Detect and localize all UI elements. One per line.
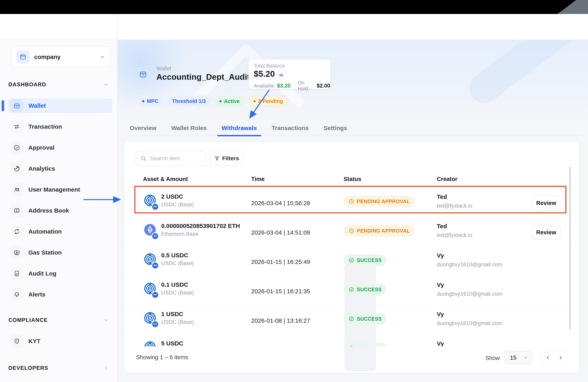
tab-wallet-roles[interactable]: Wallet Roles [167,120,211,136]
app-header [0,14,588,40]
section-label: DASHBOARD [8,81,46,88]
table-row[interactable]: $2 USDCUSDC (Base)2026-03-04 | 15:56:28P… [125,188,579,218]
sidebar-item-wallet[interactable]: Wallet [8,98,112,113]
page-size-value: 15 [510,354,516,361]
search-box[interactable] [136,151,206,166]
creator-email: duongbvy1610@gmail.com [437,320,503,326]
automation-icon [10,225,23,238]
table-row[interactable]: $5 USDCSUCCESSVy [125,335,579,346]
address-book-icon [10,204,23,217]
table-row[interactable]: $1 USDCUSDC (Base)2026-01-08 | 13:16:27S… [125,306,579,335]
creator-name: Vy [437,252,444,259]
svg-text:$: $ [149,345,151,346]
search-icon [140,155,147,162]
tab-overview[interactable]: Overview [126,120,161,136]
sidebar-item-gas-station[interactable]: Gas Station [8,245,112,260]
wallet-badge-active: Active [215,96,244,107]
header-divider [117,14,118,40]
section-label: COMPLIANCE [8,317,48,323]
withdraw-minus-badge-icon [151,232,159,240]
sidebar-item-alerts[interactable]: Alerts [8,287,112,302]
status-badge: SUCCESS [344,343,386,346]
sidebar-item-label: Address Book [28,207,69,214]
funnel-icon [214,156,220,161]
creator-email: ted@fystack.io [437,232,472,238]
sidebar-item-audit-log[interactable]: Audit Log [8,266,112,281]
tab-transactions[interactable]: Transactions [267,120,313,136]
review-button[interactable]: Review [532,196,560,210]
balance-total: $5.20 [254,69,275,79]
page-size-select[interactable]: 15 [504,351,532,364]
status-badge: SUCCESS [344,313,386,325]
sidebar-item-label: Gas Station [28,249,62,256]
check-circle-icon [348,257,354,263]
wallet-badges: MPCThreshold 1/3Active2 Pending [137,96,288,107]
wallet-badge-threshold-1-3: Threshold 1/3 [167,96,210,107]
clock-icon [348,198,354,204]
sidebar-item-automation[interactable]: Automation [8,224,112,239]
vertical-scrollbar[interactable] [569,167,571,330]
next-page-button[interactable] [558,355,564,361]
withdraw-minus-badge-icon [151,321,159,328]
creator-name: Ted [437,223,447,229]
filters-button[interactable]: Filters [210,151,243,166]
table-row[interactable]: 0.000000520853901702 ETHEthereum Base202… [125,218,579,247]
search-input[interactable] [150,155,202,162]
tab-withdrawals[interactable]: Withdrawals [217,120,261,136]
sidebar-item-user-management[interactable]: User Management [8,182,112,197]
tab-settings[interactable]: Settings [319,120,351,136]
table-row[interactable]: $0.5 USDCUSDC (Base)2026-01-15 | 16:25:4… [125,247,579,277]
asset-amount: 0.1 USDC [161,281,188,288]
asset-network: Ethereum Base [161,231,198,237]
sidebar-item-label: Approval [28,144,54,151]
wallet-badge-2-pending: 2 Pending [248,96,288,107]
creator-email: ted@fystack.io [437,203,472,209]
sidebar-item-address-book[interactable]: Address Book [8,203,112,218]
approval-icon [10,141,23,154]
withdraw-minus-badge-icon [151,262,159,269]
sidebar-section-dashboard[interactable]: DASHBOARD [5,80,112,89]
active-indicator-bar [1,100,4,111]
withdrawal-time: 2026-01-15 | 16:21:35 [251,277,310,306]
column-header-asset: Asset & Amount [143,176,188,182]
sidebar-item-label: User Management [28,186,80,193]
previous-page-button[interactable] [545,355,551,361]
transaction-icon [10,120,23,133]
status-badge: SUCCESS [344,284,386,295]
sidebar-item-transaction[interactable]: Transaction [8,119,112,134]
chevron-left-icon [103,365,109,371]
sidebar-item-analytics[interactable]: Analytics [8,161,112,176]
total-balance-card: Total Balance $5.20 Available: $3.20 On … [248,59,331,89]
screen-top-bar [0,0,588,14]
badge-label: Threshold 1/3 [172,98,206,104]
usdc-coin-icon: $ [144,195,156,206]
table-row[interactable]: $0.1 USDCUSDC (Base)2026-01-15 | 16:21:3… [125,277,579,306]
status-label: PENDING APPROVAL [357,199,410,204]
chevron-down-icon [103,82,109,87]
withdraw-minus-badge-icon [151,291,159,299]
sidebar-item-kyt[interactable]: KYT [8,334,112,349]
withdrawal-time: 2026-03-04 | 15:56:28 [251,188,310,218]
workspace-selector[interactable]: company [11,46,111,68]
sidebar-section-developers[interactable]: DEVELOPERS [5,364,112,372]
sidebar-item-approval[interactable]: Approval [8,140,112,155]
tabs: OverviewWallet RolesWithdrawalsTransacti… [126,120,352,136]
sidebar-item-label: KYT [28,338,41,345]
available-value: $3.20 [277,83,291,89]
toggle-balance-visibility-button[interactable] [276,70,286,80]
status-dot [253,100,256,102]
check-circle-icon [348,316,354,322]
clock-icon [348,228,354,234]
check-circle-icon [348,286,354,292]
sidebar: company DASHBOARDWalletTransactionApprov… [0,40,118,382]
status-dot [142,100,144,102]
withdrawal-time: 2026-01-08 | 13:16:27 [251,306,310,335]
usdc-coin-icon: $ [144,283,156,294]
pagination-控件 pager [541,351,567,364]
audit-log-icon [10,267,23,280]
review-button[interactable]: Review [532,225,560,240]
sidebar-section-compliance[interactable]: COMPLIANCE [5,316,112,324]
badge-label: Active [224,98,240,104]
chevron-down-icon [523,355,528,360]
status-badge: SUCCESS [344,254,386,266]
